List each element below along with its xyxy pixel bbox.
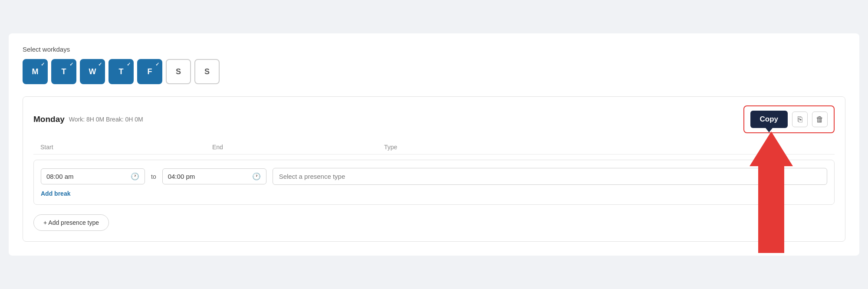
- col-start: Start: [40, 144, 205, 151]
- day-button-s[interactable]: S: [166, 59, 191, 84]
- copy-button[interactable]: Copy: [750, 111, 788, 128]
- day-button-s[interactable]: S: [194, 59, 220, 84]
- time-row-wrapper: 🕐 to 🕐 Add break: [33, 160, 835, 205]
- day-button-t[interactable]: T✓: [108, 59, 134, 84]
- add-break-link[interactable]: Add break: [41, 190, 70, 197]
- start-clock-icon: 🕐: [131, 172, 139, 181]
- arrow-head: [750, 131, 793, 166]
- start-time-input[interactable]: [46, 173, 128, 180]
- arrow-shaft: [758, 166, 784, 253]
- schedule-title: Monday Work: 8H 0M Break: 0H 0M: [33, 115, 143, 124]
- schedule-meta: Work: 8H 0M Break: 0H 0M: [69, 116, 143, 123]
- end-time-wrap[interactable]: 🕐: [162, 168, 266, 184]
- presence-type-input[interactable]: [273, 168, 827, 185]
- workdays-label: Select workdays: [23, 46, 845, 53]
- end-clock-icon: 🕐: [252, 172, 261, 181]
- columns-header: Start End Type: [33, 140, 835, 154]
- day-button-t[interactable]: T✓: [51, 59, 76, 84]
- schedule-section: Monday Work: 8H 0M Break: 0H 0M Copy ⎘ 🗑…: [23, 96, 845, 242]
- add-presence-button[interactable]: + Add presence type: [33, 214, 109, 231]
- time-row: 🕐 to 🕐: [41, 168, 827, 185]
- copy-actions-box: Copy ⎘ 🗑: [743, 105, 835, 133]
- day-name: Monday: [33, 115, 65, 124]
- delete-icon-button[interactable]: 🗑: [812, 112, 828, 127]
- arrow-annotation: [750, 131, 793, 253]
- main-container: Select workdays M✓T✓W✓T✓F✓SS Monday Work…: [9, 33, 859, 256]
- day-button-f[interactable]: F✓: [137, 59, 162, 84]
- to-label: to: [151, 173, 156, 180]
- days-row: M✓T✓W✓T✓F✓SS: [23, 59, 845, 84]
- day-button-w[interactable]: W✓: [80, 59, 105, 84]
- day-button-m[interactable]: M✓: [23, 59, 48, 84]
- end-time-input[interactable]: [168, 173, 250, 180]
- schedule-header: Monday Work: 8H 0M Break: 0H 0M Copy ⎘ 🗑: [33, 105, 835, 133]
- duplicate-icon-button[interactable]: ⎘: [792, 112, 808, 127]
- col-end: End: [212, 144, 377, 151]
- start-time-wrap[interactable]: 🕐: [41, 168, 145, 184]
